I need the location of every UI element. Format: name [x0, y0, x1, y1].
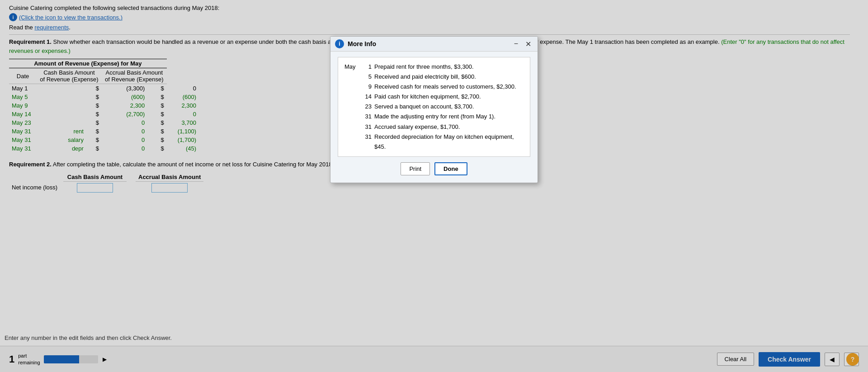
modal-footer: Print Done	[338, 162, 530, 177]
tx-month	[344, 72, 362, 82]
tx-desc: Made the adjusting entry for rent (from …	[374, 112, 524, 122]
tx-month	[344, 122, 362, 132]
tx-month	[344, 132, 362, 152]
modal-titlebar: i More Info − ✕	[330, 37, 538, 52]
tx-desc: Received cash for meals served to custom…	[374, 82, 524, 92]
modal-overlay: i More Info − ✕ May 1 Prepaid rent for t…	[0, 0, 868, 372]
transaction-row: 5 Received and paid electricity bill, $6…	[344, 72, 524, 82]
tx-month	[344, 112, 362, 122]
modal-info-icon: i	[335, 39, 344, 48]
modal-minimize-button[interactable]: −	[512, 40, 520, 48]
transaction-row: 9 Received cash for meals served to cust…	[344, 82, 524, 92]
tx-day: 1	[362, 62, 374, 72]
tx-day: 9	[362, 82, 374, 92]
tx-desc: Received and paid electricity bill, $600…	[374, 72, 524, 82]
tx-desc: Paid cash for kitchen equipment, $2,700.	[374, 92, 524, 102]
tx-day: 31	[362, 112, 374, 122]
tx-day: 14	[362, 92, 374, 102]
transaction-row: 23 Served a banquet on account, $3,700.	[344, 102, 524, 112]
tx-desc: Prepaid rent for three months, $3,300.	[374, 62, 524, 72]
tx-day: 5	[362, 72, 374, 82]
tx-month	[344, 102, 362, 112]
modal-title: More Info	[348, 40, 509, 47]
tx-day: 23	[362, 102, 374, 112]
transaction-row: 31 Accrued salary expense, $1,700.	[344, 122, 524, 132]
transaction-row: 31 Made the adjusting entry for rent (fr…	[344, 112, 524, 122]
tx-month: May	[344, 62, 362, 72]
modal-close-button[interactable]: ✕	[524, 40, 533, 48]
tx-month	[344, 82, 362, 92]
tx-day: 31	[362, 122, 374, 132]
tx-desc: Accrued salary expense, $1,700.	[374, 122, 524, 132]
tx-desc: Served a banquet on account, $3,700.	[374, 102, 524, 112]
modal-body: May 1 Prepaid rent for three months, $3,…	[330, 52, 538, 183]
modal-print-button[interactable]: Print	[401, 162, 430, 175]
transaction-row: 14 Paid cash for kitchen equipment, $2,7…	[344, 92, 524, 102]
tx-day: 31	[362, 132, 374, 152]
more-info-modal: i More Info − ✕ May 1 Prepaid rent for t…	[330, 36, 538, 183]
modal-done-button[interactable]: Done	[434, 162, 467, 175]
transaction-row: 31 Recorded depreciation for May on kitc…	[344, 132, 524, 152]
transaction-row: May 1 Prepaid rent for three months, $3,…	[344, 62, 524, 72]
modal-transactions: May 1 Prepaid rent for three months, $3,…	[338, 57, 530, 157]
tx-month	[344, 92, 362, 102]
tx-desc: Recorded depreciation for May on kitchen…	[374, 132, 524, 152]
